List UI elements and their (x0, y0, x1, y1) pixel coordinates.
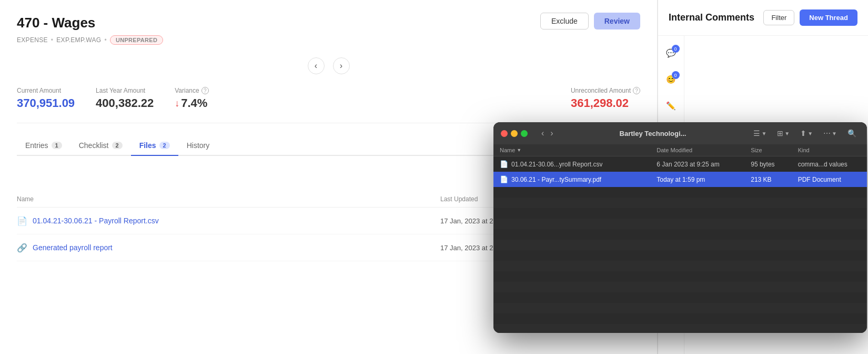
finder-icon-view-button[interactable]: ⊞ ▼ (774, 127, 793, 139)
finder-empty-row (493, 261, 867, 271)
link-icon: 🔗 (17, 243, 27, 253)
new-thread-button[interactable]: New Thread (800, 9, 857, 26)
finder-toolbar-right: ☰ ▼ ⊞ ▼ ⬆ ▼ ⋯ ▼ 🔍 (750, 127, 860, 139)
tab-checklist[interactable]: Checklist 2 (70, 136, 131, 156)
breadcrumb-type: EXPENSE (17, 36, 48, 44)
share-icon: ⬆ (800, 129, 806, 137)
finder-empty-row (493, 240, 867, 250)
last-year-value: 400,382.22 (96, 96, 154, 110)
exclude-button[interactable]: Exclude (540, 13, 589, 30)
finder-kind: PDF Document (798, 176, 861, 183)
unreconciled-help-icon[interactable]: ? (633, 87, 640, 94)
variance-arrow-icon: ↓ (175, 98, 179, 109)
col-size-header[interactable]: Size (751, 147, 798, 153)
finder-file-name-cell: 📄 30.06.21 - Payr...tySummary.pdf (500, 175, 657, 183)
col-name-header[interactable]: Name ▼ (500, 147, 657, 153)
tab-entries[interactable]: Entries 1 (17, 136, 70, 156)
finder-forward-button[interactable]: › (548, 127, 555, 139)
finder-search-button[interactable]: 🔍 (844, 127, 860, 139)
finder-empty-row (493, 250, 867, 261)
entries-badge: 1 (52, 142, 62, 149)
pencil-icon-button[interactable]: ✏️ (662, 97, 680, 115)
chevron-down-icon-2: ▼ (784, 131, 790, 136)
pdf-file-icon: 📄 (500, 175, 508, 183)
current-amount-value: 370,951.09 (17, 96, 75, 110)
finder-date: 6 Jan 2023 at 9:25 am (657, 161, 751, 168)
finder-file-name: 01.04.21-30.06...yroll Report.csv (511, 161, 602, 168)
finder-file-name-cell: 📄 01.04.21-30.06...yroll Report.csv (500, 160, 657, 168)
finder-empty-row (493, 271, 867, 282)
chevron-down-icon: ▼ (761, 131, 766, 136)
col-kind-header[interactable]: Kind (798, 147, 861, 153)
grid-view-icon: ⊞ (777, 129, 783, 137)
file-link[interactable]: 01.04.21-30.06.21 - Payroll Report.csv (33, 217, 159, 225)
last-year-metric: Last Year Amount 400,382.22 (96, 87, 154, 110)
finder-list-view-button[interactable]: ☰ ▼ (750, 127, 770, 139)
file-link[interactable]: Generated payroll report (33, 243, 113, 252)
prev-arrow[interactable]: ‹ (308, 57, 325, 74)
variance-metric: Variance ? ↓ 7.4% (175, 87, 208, 110)
current-amount-label: Current Amount (17, 87, 75, 94)
finder-share-button[interactable]: ⬆ ▼ (797, 127, 816, 139)
files-badge: 2 (159, 142, 170, 149)
close-traffic-light[interactable] (501, 130, 508, 137)
review-button[interactable]: Review (594, 13, 640, 30)
finder-empty-row (493, 292, 867, 303)
chat-badge: 0 (672, 45, 680, 53)
finder-title: Bartley Technologi... (560, 130, 746, 137)
chat-icon-button[interactable]: 💬 0 (662, 44, 680, 62)
checklist-badge: 2 (112, 142, 123, 149)
unreconciled-value: 361,298.02 (571, 96, 640, 110)
finder-titlebar: ‹ › Bartley Technologi... ☰ ▼ ⊞ ▼ ⬆ ▼ ⋯ … (493, 122, 867, 144)
finder-empty-row (493, 229, 867, 240)
file-name-cell: 🔗 Generated payroll report (17, 243, 440, 253)
col-name: Name (17, 195, 440, 203)
breadcrumb: EXPENSE • EXP.EMP.WAG • Unprepared (17, 35, 640, 45)
fullscreen-traffic-light[interactable] (521, 130, 528, 137)
filter-button[interactable]: Filter (763, 10, 794, 25)
finder-row[interactable]: 📄 01.04.21-30.06...yroll Report.csv 6 Ja… (493, 156, 867, 172)
pencil-icon: ✏️ (666, 101, 676, 111)
breadcrumb-dot1: • (51, 36, 54, 44)
finder-empty-row (493, 313, 867, 324)
finder-file-name: 30.06.21 - Payr...tySummary.pdf (511, 176, 601, 183)
tab-files[interactable]: Files 2 (131, 136, 178, 156)
finder-more-button[interactable]: ⋯ ▼ (820, 127, 840, 139)
breadcrumb-code: EXP.EMP.WAG (56, 36, 101, 44)
finder-window: ‹ › Bartley Technologi... ☰ ▼ ⊞ ▼ ⬆ ▼ ⋯ … (493, 122, 867, 333)
more-icon: ⋯ (823, 129, 831, 137)
tab-history[interactable]: History (178, 136, 218, 156)
unreconciled-label: Unreconciled Amount ? (571, 87, 640, 94)
variance-help-icon[interactable]: ? (201, 87, 209, 94)
finder-back-button[interactable]: ‹ (539, 127, 546, 139)
internal-comments-title: Internal Comments (669, 12, 754, 23)
chevron-down-icon-4: ▼ (832, 131, 837, 136)
internal-comments-header: Internal Comments Filter New Thread (658, 0, 868, 36)
metrics: Current Amount 370,951.09 Last Year Amou… (17, 87, 640, 123)
traffic-lights (501, 130, 528, 137)
finder-kind: comma...d values (798, 161, 861, 168)
col-date-header[interactable]: Date Modified (657, 147, 751, 153)
finder-empty-row (493, 187, 867, 198)
nav-arrows: ‹ › (17, 57, 640, 74)
unreconciled-metric: Unreconciled Amount ? 361,298.02 (571, 87, 640, 110)
header-actions: Filter New Thread (763, 9, 857, 26)
finder-size: 213 KB (751, 176, 798, 183)
finder-empty-row (493, 208, 867, 219)
file-name-cell: 📄 01.04.21-30.06.21 - Payroll Report.csv (17, 216, 440, 226)
finder-empty-row (493, 219, 867, 229)
last-year-label: Last Year Amount (96, 87, 154, 94)
search-icon: 🔍 (847, 129, 856, 137)
face-icon-button[interactable]: 😊 0 (662, 71, 680, 88)
file-doc-icon: 📄 (17, 216, 27, 226)
finder-row[interactable]: 📄 30.06.21 - Payr...tySummary.pdf Today … (493, 172, 867, 187)
minimize-traffic-light[interactable] (511, 130, 518, 137)
finder-empty-row (493, 198, 867, 208)
status-badge: Unprepared (110, 35, 163, 45)
next-arrow[interactable]: › (333, 57, 350, 74)
finder-date: Today at 1:59 pm (657, 176, 751, 183)
face-badge: 0 (672, 71, 680, 79)
finder-column-headers: Name ▼ Date Modified Size Kind (493, 144, 867, 156)
current-amount-metric: Current Amount 370,951.09 (17, 87, 75, 110)
finder-empty-row (493, 324, 867, 333)
